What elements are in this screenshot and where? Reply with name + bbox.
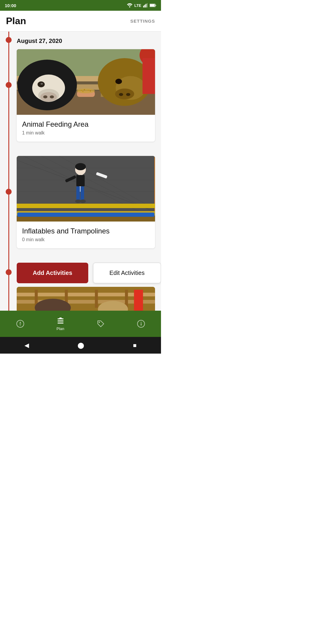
svg-rect-85 [59, 318, 62, 319]
svg-point-60 [75, 163, 86, 170]
tag-icon [97, 320, 105, 328]
info-icon [137, 320, 145, 328]
android-recent-button[interactable]: ■ [133, 342, 137, 349]
wifi-icon [127, 3, 132, 7]
svg-rect-1 [143, 6, 144, 7]
activity-card-body-2: Inflatables and Trampolines 0 min walk [17, 222, 155, 248]
activity-card-inflatables[interactable]: Inflatables and Trampolines 0 min walk [17, 156, 155, 248]
svg-point-22 [43, 95, 47, 98]
nav-item-info[interactable] [121, 320, 161, 328]
svg-rect-84 [58, 323, 64, 323]
timeline-line [8, 32, 9, 311]
svg-rect-4 [147, 3, 148, 7]
trampoline-illustration [17, 156, 155, 222]
svg-point-33 [77, 89, 95, 93]
timeline-dot-date [6, 37, 12, 43]
android-nav-bar: ◀ ⬤ ■ [0, 337, 161, 354]
svg-marker-80 [19, 321, 21, 324]
bottom-nav: Plan [0, 311, 161, 337]
activity-title-1: Animal Feeding Area [22, 120, 150, 129]
svg-point-21 [40, 92, 57, 102]
edit-activities-button[interactable]: Edit Activities [93, 263, 161, 283]
svg-rect-3 [145, 4, 146, 7]
svg-point-38 [82, 91, 83, 92]
status-bar: 10:00 LTE [0, 0, 161, 11]
activity-card-animal-feeding[interactable]: Animal Feeding Area 1 min walk [17, 49, 155, 142]
battery-icon [150, 4, 156, 7]
timeline: August 27, 2020 [0, 32, 161, 311]
svg-rect-62 [76, 186, 80, 201]
svg-rect-61 [76, 175, 85, 186]
cow-illustration [17, 49, 155, 115]
svg-point-34 [81, 90, 82, 91]
lte-label: LTE [134, 3, 141, 8]
page-title: Plan [6, 16, 26, 27]
activity-image-inflatables [17, 156, 155, 222]
svg-point-67 [80, 199, 86, 203]
action-buttons-row: Add Activities Edit Activities [17, 263, 161, 283]
partial-card[interactable] [17, 287, 155, 311]
svg-rect-6 [150, 4, 155, 7]
status-indicators: LTE [127, 3, 156, 8]
activity-image-animal-feeding [17, 49, 155, 115]
svg-rect-7 [156, 5, 156, 6]
svg-point-36 [88, 90, 89, 91]
svg-rect-83 [58, 321, 64, 321]
list-icon [56, 317, 65, 325]
android-back-button[interactable]: ◀ [24, 342, 29, 349]
svg-rect-88 [141, 323, 142, 326]
nav-item-explore[interactable] [0, 320, 40, 328]
svg-rect-55 [17, 204, 155, 208]
svg-rect-78 [134, 290, 143, 311]
svg-point-37 [90, 90, 91, 92]
svg-point-89 [140, 322, 141, 323]
svg-point-31 [115, 79, 122, 84]
settings-button[interactable]: SETTINGS [130, 18, 155, 24]
timeline-dot-3 [6, 269, 12, 275]
svg-point-79 [17, 320, 24, 327]
header: Plan SETTINGS [0, 11, 161, 32]
svg-marker-81 [19, 324, 21, 326]
timeline-dot-1 [6, 82, 12, 88]
plan-date: August 27, 2020 [17, 38, 62, 44]
svg-point-29 [119, 93, 123, 96]
partial-card-image [17, 287, 155, 311]
action-section: Add Activities Edit Activities [0, 263, 161, 311]
android-home-button[interactable]: ⬤ [78, 342, 84, 349]
svg-rect-57 [17, 213, 154, 217]
svg-point-0 [129, 6, 130, 7]
status-time: 10:00 [5, 3, 16, 8]
activity-section-2: Inflatables and Trampolines 0 min walk [0, 156, 161, 263]
svg-rect-2 [144, 5, 145, 7]
nav-item-plan[interactable]: Plan [40, 317, 80, 331]
activity-section-1: Animal Feeding Area 1 min walk [0, 49, 161, 156]
timeline-dot-2 [6, 189, 12, 195]
svg-point-28 [115, 89, 134, 99]
nav-label-plan: Plan [56, 326, 64, 331]
svg-point-86 [99, 322, 100, 323]
date-section: August 27, 2020 [0, 32, 161, 49]
main-content: August 27, 2020 [0, 32, 161, 311]
svg-rect-40 [143, 58, 155, 94]
compass-icon [16, 320, 24, 328]
nav-item-tags[interactable] [80, 320, 121, 328]
svg-point-35 [84, 89, 85, 90]
svg-rect-63 [80, 186, 84, 201]
activity-subtitle-1: 1 min walk [22, 130, 150, 136]
svg-point-30 [126, 93, 130, 96]
activity-subtitle-2: 0 min walk [22, 237, 150, 242]
svg-rect-74 [95, 290, 98, 308]
add-activities-button[interactable]: Add Activities [17, 263, 88, 283]
svg-point-23 [50, 95, 54, 98]
svg-point-25 [41, 83, 43, 85]
signal-icon [143, 3, 148, 7]
activity-title-2: Inflatables and Trampolines [22, 227, 150, 235]
activity-card-body-1: Animal Feeding Area 1 min walk [17, 115, 155, 142]
